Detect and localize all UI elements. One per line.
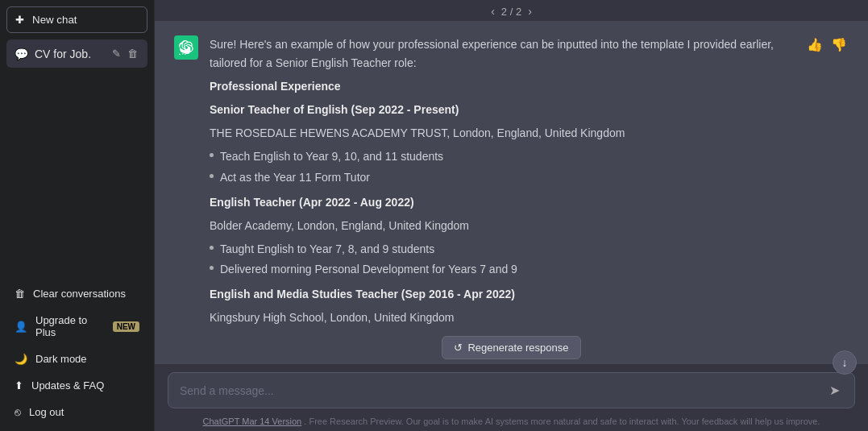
section-title: Professional Experience: [210, 80, 341, 93]
job1-bullet1: Teach English to Year 9, 10, and 11 stud…: [220, 147, 443, 166]
chat-item-actions: ✎ 🗑: [110, 46, 139, 61]
new-badge: NEW: [113, 321, 139, 332]
new-chat-label: New chat: [32, 14, 77, 26]
bullet-item: Delivered morning Personal Development f…: [210, 260, 794, 279]
message-intro: Sure! Here's an example of how your prof…: [210, 35, 794, 73]
bullet-item: Act as the Year 11 Form Tutor: [210, 168, 794, 187]
assistant-message: Sure! Here's an example of how your prof…: [155, 21, 868, 333]
job3-title: English and Media Studies Teacher (Sep 2…: [210, 288, 515, 300]
job2-title: English Teacher (Apr 2022 - Aug 2022): [210, 196, 414, 209]
message-content: Sure! Here's an example of how your prof…: [210, 35, 794, 333]
bullet-item: Taught English to Year 7, 8, and 9 stude…: [210, 240, 794, 259]
messages-area: Sure! Here's an example of how your prof…: [155, 21, 868, 333]
bullet-item: Teach English to Year 9, 10, and 11 stud…: [210, 147, 794, 166]
gpt-avatar: [174, 35, 198, 60]
updates-icon: ⬆: [15, 379, 23, 392]
job2-bullet2: Delivered morning Personal Development f…: [220, 260, 517, 279]
sidebar-bottom: 🗑 Clear conversations 👤 Upgrade to Plus …: [6, 281, 147, 425]
trash-icon: 🗑: [15, 288, 25, 300]
input-bar: ➤: [155, 364, 868, 413]
dark-mode-label: Dark mode: [35, 353, 87, 365]
regenerate-bar: ↺ Regenerate response: [155, 333, 868, 364]
bullet-dot: [210, 266, 214, 270]
message-input[interactable]: [180, 384, 826, 397]
new-chat-button[interactable]: ✚ New chat: [6, 6, 147, 33]
sidebar: ✚ New chat 💬 CV for Job. ✎ 🗑 🗑 Clear con…: [0, 0, 155, 431]
regenerate-icon: ↺: [454, 342, 463, 354]
upgrade-label: Upgrade to Plus: [35, 314, 105, 338]
chat-item-label: CV for Job.: [35, 48, 91, 60]
sidebar-item-upgrade[interactable]: 👤 Upgrade to Plus NEW: [6, 308, 147, 345]
job1-title: Senior Teacher of English (Sep 2022 - Pr…: [210, 103, 459, 116]
main-area: ‹ 2 / 2 › Sure! Here's an example of how…: [155, 0, 868, 431]
regenerate-label: Regenerate response: [467, 342, 568, 354]
sidebar-item-updates[interactable]: ⬆ Updates & FAQ: [6, 373, 147, 398]
job2-bullet1: Taught English to Year 7, 8, and 9 stude…: [220, 240, 434, 259]
footer-disclaimer: . Free Research Preview. Our goal is to …: [304, 416, 820, 426]
sidebar-item-logout[interactable]: ⎋ Log out: [6, 400, 147, 425]
person-icon: 👤: [15, 321, 27, 333]
logout-label: Log out: [29, 406, 64, 418]
chat-item-left: 💬 CV for Job.: [15, 48, 91, 60]
input-wrapper: ➤: [168, 372, 855, 408]
edit-chat-button[interactable]: ✎: [110, 46, 123, 61]
openai-logo: [179, 40, 193, 55]
exit-icon: ⎋: [15, 406, 21, 418]
bullet-dot: [210, 246, 214, 250]
job3-company: Kingsbury High School, London, United Ki…: [210, 309, 794, 327]
chevron-down-icon: ↓: [842, 356, 848, 369]
nav-next-button[interactable]: ›: [528, 5, 532, 18]
sidebar-item-clear[interactable]: 🗑 Clear conversations: [6, 281, 147, 306]
send-button[interactable]: ➤: [826, 381, 843, 400]
message-actions: 👍 👎: [805, 35, 849, 54]
footer: ChatGPT Mar 14 Version . Free Research P…: [155, 413, 868, 431]
thumbs-down-button[interactable]: 👎: [829, 35, 849, 54]
chat-icon: 💬: [15, 48, 28, 60]
footer-version: ChatGPT Mar 14 Version . Free Research P…: [203, 416, 820, 426]
nav-bar: ‹ 2 / 2 ›: [155, 0, 868, 21]
clear-label: Clear conversations: [33, 288, 126, 300]
job1-bullet2: Act as the Year 11 Form Tutor: [220, 168, 370, 187]
scroll-to-bottom-button[interactable]: ↓: [833, 350, 857, 375]
regenerate-button[interactable]: ↺ Regenerate response: [442, 336, 580, 359]
nav-page: 2 / 2: [501, 6, 521, 18]
thumbs-up-button[interactable]: 👍: [805, 35, 824, 54]
job2-company: Bolder Academy, London, England, United …: [210, 217, 794, 235]
bullet-dot: [210, 174, 214, 178]
plus-icon: ✚: [15, 14, 24, 26]
updates-label: Updates & FAQ: [31, 379, 104, 392]
chat-item-cv[interactable]: 💬 CV for Job. ✎ 🗑: [6, 39, 147, 68]
moon-icon: 🌙: [15, 353, 27, 365]
nav-prev-button[interactable]: ‹: [491, 5, 495, 18]
sidebar-item-dark[interactable]: 🌙 Dark mode: [6, 346, 147, 371]
job1-company: THE ROSEDALE HEWENS ACADEMY TRUST, Londo…: [210, 124, 794, 143]
delete-chat-button[interactable]: 🗑: [126, 46, 139, 61]
chatgpt-version-link[interactable]: ChatGPT Mar 14 Version: [203, 416, 302, 426]
bullet-dot: [210, 153, 214, 157]
